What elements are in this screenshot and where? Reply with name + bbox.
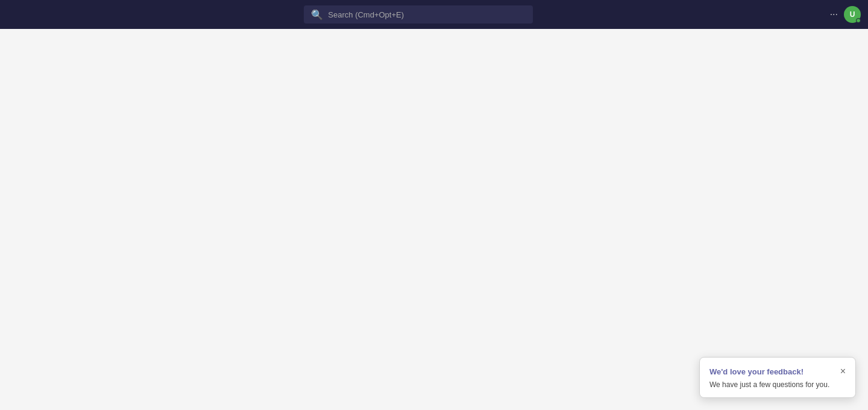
more-options-icon[interactable]: ··· <box>830 9 838 20</box>
feedback-title: We'd love your feedback! <box>709 367 804 376</box>
search-icon: 🔍 <box>311 9 323 20</box>
feedback-body: We have just a few questions for you. <box>709 380 846 389</box>
app-header: 🔍 Search (Cmd+Opt+E) ··· U <box>0 0 868 29</box>
presence-dot <box>856 18 861 23</box>
header-search: 🔍 Search (Cmd+Opt+E) <box>7 5 830 24</box>
avatar[interactable]: U <box>844 6 861 23</box>
header-right: ··· U <box>830 6 861 23</box>
feedback-close-button[interactable]: × <box>840 366 846 377</box>
search-box[interactable]: 🔍 Search (Cmd+Opt+E) <box>304 5 533 24</box>
search-placeholder: Search (Cmd+Opt+E) <box>328 10 404 19</box>
feedback-header: We'd love your feedback! × <box>709 366 846 377</box>
feedback-toast: We'd love your feedback! × We have just … <box>699 357 856 398</box>
